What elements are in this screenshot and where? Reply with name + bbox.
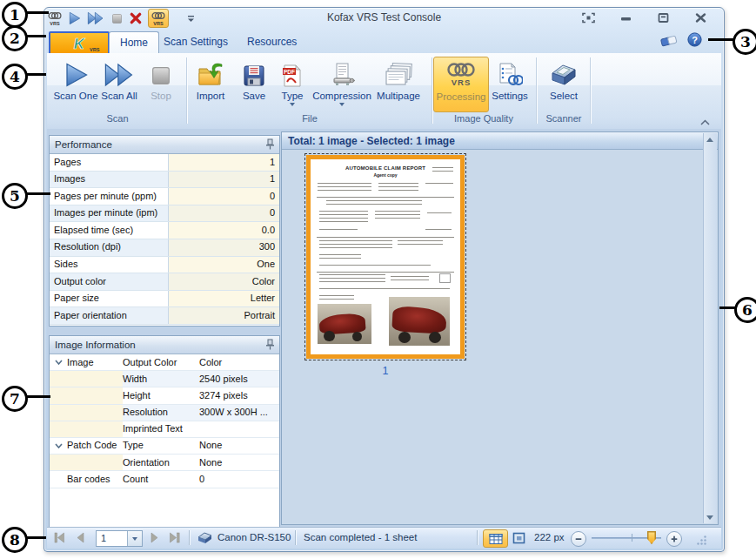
table-row: ImageOutput ColorColor bbox=[50, 354, 279, 371]
scan-one-icon bbox=[63, 57, 89, 88]
type-button[interactable]: PDF Type bbox=[274, 57, 311, 111]
application-button[interactable]: K VRS bbox=[49, 31, 110, 55]
vrs-rings-icon: VRS bbox=[445, 57, 477, 89]
scanner-icon bbox=[549, 57, 579, 88]
restore-button[interactable] bbox=[656, 11, 671, 24]
viewer-header: Total: 1 image - Selected: 1 image bbox=[282, 132, 718, 150]
table-row: Paper orientationPortrait bbox=[50, 307, 279, 325]
eraser-icon[interactable] bbox=[659, 33, 679, 51]
performance-panel: Performance Pages1 Images1 Pages per min… bbox=[49, 135, 280, 327]
next-page-button[interactable] bbox=[148, 531, 161, 544]
image-information-rows: ImageOutput ColorColor Width2540 pixels … bbox=[50, 354, 279, 488]
multipage-stack-icon bbox=[384, 57, 413, 88]
svg-text:VRS: VRS bbox=[90, 47, 100, 52]
viewer-scrollbar[interactable] bbox=[703, 133, 717, 523]
document-preview: AUTOMOBILE CLAIM REPORT Agent copy bbox=[311, 159, 460, 354]
app-window: VRS VRS Kofax VRS Test Console bbox=[43, 7, 725, 552]
table-row: Pages per minute (ppm)0 bbox=[50, 188, 279, 205]
table-row: Patch CodeTypeNone bbox=[50, 438, 279, 455]
previous-page-button[interactable] bbox=[74, 531, 87, 544]
ribbon-collapse-chevron-icon[interactable] bbox=[699, 114, 711, 130]
zoom-slider-thumb[interactable] bbox=[647, 531, 656, 544]
callout-6-line bbox=[719, 306, 735, 309]
callout-3-line bbox=[708, 38, 733, 41]
zoom-in-button[interactable] bbox=[666, 531, 682, 547]
thumbnail-page-number: 1 bbox=[306, 365, 465, 377]
group-label-image-quality: Image Quality bbox=[433, 112, 534, 125]
thumbnail-container: AUTOMOBILE CLAIM REPORT Agent copy bbox=[306, 155, 465, 377]
scroll-up-icon[interactable] bbox=[705, 134, 715, 145]
status-bar: 1 Canon DR-S150 Scan completed - 1 sheet… bbox=[47, 527, 721, 549]
ribbon: Scan One Scan All Stop Import bbox=[47, 53, 721, 130]
grid-view-button[interactable] bbox=[483, 529, 508, 548]
resize-grip[interactable] bbox=[696, 535, 707, 546]
select-scanner-button[interactable]: Select bbox=[542, 57, 585, 111]
settings-document-icon bbox=[497, 57, 523, 88]
performance-panel-title: Performance bbox=[55, 139, 112, 150]
performance-panel-header: Performance bbox=[50, 136, 279, 154]
table-row: Resolution300W x 300H ... bbox=[50, 405, 279, 421]
scan-one-button[interactable]: Scan One bbox=[55, 57, 97, 111]
callout-3: 3 bbox=[733, 29, 756, 55]
minimize-button[interactable] bbox=[619, 11, 633, 24]
stop-icon bbox=[149, 57, 173, 88]
callout-8: 8 bbox=[2, 527, 28, 553]
tab-resources[interactable]: Resources bbox=[237, 31, 307, 52]
page-dropdown-button[interactable] bbox=[127, 531, 142, 546]
viewer-summary-text: Total: 1 image - Selected: 1 image bbox=[288, 135, 455, 147]
multipage-button[interactable]: Multipage bbox=[371, 57, 425, 111]
save-button[interactable]: Save bbox=[235, 57, 273, 111]
tab-scan-settings[interactable]: Scan Settings bbox=[153, 31, 238, 52]
close-button[interactable] bbox=[693, 11, 708, 24]
callout-7: 7 bbox=[2, 386, 28, 412]
table-row: SidesOne bbox=[50, 257, 279, 274]
compression-button[interactable]: Compression bbox=[315, 57, 369, 111]
scanned-image-thumbnail[interactable]: AUTOMOBILE CLAIM REPORT Agent copy bbox=[306, 155, 465, 359]
image-quality-settings-button[interactable]: Settings bbox=[490, 57, 530, 111]
image-viewer: Total: 1 image - Selected: 1 image AUTOM… bbox=[281, 131, 719, 525]
expander-chevron-icon[interactable] bbox=[50, 438, 67, 454]
scanner-status-icon bbox=[197, 531, 213, 544]
group-label-scanner: Scanner bbox=[539, 112, 588, 125]
compression-clamp-icon bbox=[329, 57, 355, 88]
fit-window-button[interactable] bbox=[581, 11, 596, 24]
table-row: Images per minute (ipm)0 bbox=[50, 205, 279, 223]
page-number-value[interactable]: 1 bbox=[97, 531, 127, 546]
pin-icon[interactable] bbox=[265, 138, 275, 152]
scan-status-text: Scan completed - 1 sheet bbox=[304, 532, 417, 542]
page-number-input[interactable]: 1 bbox=[96, 530, 143, 547]
table-row: Resolution (dpi)300 bbox=[50, 239, 279, 257]
table-row: Paper sizeLetter bbox=[50, 291, 279, 308]
scan-all-icon bbox=[104, 57, 135, 88]
group-label-file: File bbox=[190, 112, 430, 125]
table-row: Output colorColor bbox=[50, 273, 279, 291]
table-row: Pages1 bbox=[50, 154, 279, 172]
tab-home[interactable]: Home bbox=[109, 31, 159, 53]
svg-text:?: ? bbox=[692, 35, 698, 45]
processing-toggle-button[interactable]: VRS Processing bbox=[433, 57, 489, 112]
table-row: OrientationNone bbox=[50, 455, 279, 471]
scan-all-button[interactable]: Scan All bbox=[98, 57, 140, 111]
table-row: Width2540 pixels bbox=[50, 371, 279, 387]
stop-button[interactable]: Stop bbox=[142, 57, 180, 111]
last-page-button[interactable] bbox=[168, 531, 181, 544]
scroll-down-icon[interactable] bbox=[705, 512, 715, 522]
callout-5: 5 bbox=[2, 183, 28, 209]
zoom-out-button[interactable] bbox=[571, 531, 586, 547]
table-row: Bar codesCount0 bbox=[50, 471, 279, 488]
zoom-slider-tick bbox=[632, 534, 632, 542]
first-page-button[interactable] bbox=[53, 531, 66, 544]
title-bar: VRS VRS Kofax VRS Test Console bbox=[44, 8, 724, 29]
compression-dropdown-arrow bbox=[339, 103, 345, 106]
pin-icon[interactable] bbox=[265, 339, 275, 352]
callout-6: 6 bbox=[734, 297, 756, 323]
zoom-size-label: 222 px bbox=[534, 532, 565, 542]
car-photo-right bbox=[389, 297, 450, 346]
expander-chevron-icon[interactable] bbox=[50, 354, 67, 370]
save-floppy-icon bbox=[242, 57, 266, 88]
image-information-panel: Image Information ImageOutput ColorColor… bbox=[49, 335, 280, 529]
import-button[interactable]: Import bbox=[190, 57, 231, 111]
content-area: Performance Pages1 Images1 Pages per min… bbox=[47, 129, 721, 528]
help-icon[interactable]: ? bbox=[687, 32, 702, 51]
single-image-view-button[interactable] bbox=[509, 529, 529, 546]
